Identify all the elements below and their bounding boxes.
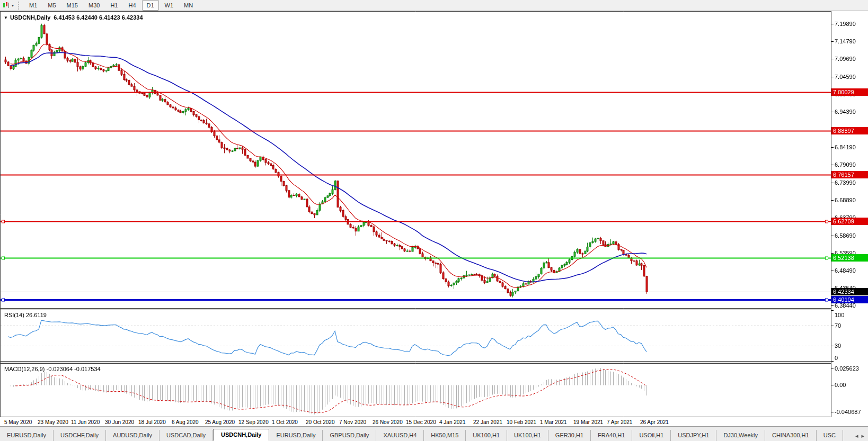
symbol-tab[interactable]: AUDUSD,Daily	[106, 430, 160, 441]
symbol-tab[interactable]: EURUSD,Daily	[0, 430, 54, 441]
price-axis-tick: 6.94390	[835, 108, 856, 115]
timeframe-button-m30[interactable]: M30	[84, 0, 104, 11]
chart-region: ▼USDCNH,Daily6.41453 6.42440 6.41423 6.4…	[0, 11, 868, 426]
date-axis-label: 26 Nov 2020	[373, 419, 403, 425]
macd-axis-tick: 0.00	[835, 381, 846, 389]
mt4-window: ▾ M1M5M15M30H1H4D1W1MN ▼USDCNH,Daily6.41…	[0, 0, 868, 441]
symbol-tab[interactable]: USDJPY,H1	[671, 430, 716, 441]
price-axis-tick: 7.19890	[835, 20, 856, 28]
date-axis-label: 4 Jan 2021	[439, 419, 466, 425]
price-axis-tick: 6.84190	[835, 143, 856, 151]
date-axis-label: 12 Sep 2020	[238, 419, 269, 425]
price-axis-tick: 6.79090	[835, 161, 856, 168]
tab-scroll-arrows: ◂ ▸	[853, 433, 868, 441]
rsi-axis-tick: 100	[835, 311, 844, 319]
price-axis-tick: 6.48490	[835, 267, 856, 274]
date-axis-label: 1 Oct 2020	[272, 419, 298, 425]
symbol-tab[interactable]: USDCNH,Daily	[213, 429, 269, 441]
symbol-tabbar: EURUSD,DailyUSDCHF,DailyAUDUSD,DailyUSDC…	[0, 426, 868, 441]
date-axis-label: 25 Aug 2020	[205, 419, 235, 425]
symbol-tab[interactable]: GER30,H1	[548, 430, 591, 441]
mini-candles-icon	[2, 2, 11, 9]
price-axis-tick: 6.68890	[835, 196, 856, 204]
macd-label: MACD(12,26,9) -0.023064 -0.017534	[4, 366, 101, 372]
date-axis-label: 6 Aug 2020	[172, 419, 199, 425]
date-axis-label: 11 Jun 2020	[71, 419, 100, 425]
tabs-scroll-left-button[interactable]: ◂	[854, 433, 860, 439]
chart-cursor-icon[interactable]	[2, 2, 11, 9]
timeframe-button-mn[interactable]: MN	[179, 0, 198, 11]
date-axis-label: 7 Apr 2021	[607, 419, 632, 425]
symbol-tab[interactable]: UK100,H1	[507, 430, 548, 441]
symbol-tab[interactable]: DJ30,Weekly	[716, 430, 765, 441]
symbol-tab[interactable]: EURUSD,Daily	[269, 430, 323, 441]
current-price-badge: 6.42334	[831, 288, 868, 295]
timeframe-button-m15[interactable]: M15	[62, 0, 83, 11]
symbol-tab[interactable]: USOil,H1	[632, 430, 671, 441]
chart-cursor-group: ▾	[0, 0, 16, 11]
symbol-tab[interactable]: HK50,M15	[424, 430, 466, 441]
collapse-triangle-icon[interactable]: ▼	[4, 15, 8, 20]
symbol-tab[interactable]: GBPUSD,Daily	[323, 430, 376, 441]
chart-ohlc-values: 6.41453 6.42440 6.41423 6.42334	[54, 14, 143, 21]
symbol-tab[interactable]: XAUUSD,H4	[376, 430, 424, 441]
toolbar: ▾ M1M5M15M30H1H4D1W1MN	[0, 0, 868, 11]
price-line-badge: 6.62709	[831, 218, 868, 225]
symbol-tab[interactable]: USDCHF,Daily	[54, 430, 106, 441]
date-axis-label: 7 Nov 2020	[339, 419, 366, 425]
timeframe-button-h4[interactable]: H4	[123, 0, 140, 11]
date-axis-label: 19 Mar 2021	[573, 419, 603, 425]
timeframe-button-m5[interactable]: M5	[43, 0, 60, 11]
chart-symbol-label: USDCNH,Daily	[10, 14, 50, 21]
price-axis-tick: 6.58690	[835, 232, 856, 239]
price-line-badge: 6.76157	[831, 171, 868, 178]
macd-axis-tick: 0.025623	[835, 365, 859, 372]
symbol-tab[interactable]: USC	[817, 430, 843, 441]
toolbar-grip-handle[interactable]	[18, 2, 21, 10]
date-axis-label: 20 Oct 2020	[306, 419, 334, 425]
timeframe-button-m1[interactable]: M1	[24, 0, 42, 11]
rsi-axis-tick: 0	[835, 354, 838, 362]
price-line-badge: 6.52138	[831, 254, 868, 262]
price-axis-tick: 7.09690	[835, 55, 856, 62]
rsi-axis-tick: 30	[835, 342, 841, 349]
rsi-axis-tick: 70	[835, 322, 841, 329]
price-line-badge: 6.88897	[831, 127, 868, 134]
symbol-tabs: EURUSD,DailyUSDCHF,DailyAUDUSD,DailyUSDC…	[0, 428, 853, 441]
date-axis-label: 30 Jun 2020	[105, 419, 134, 425]
timeframe-buttons: M1M5M15M30H1H4D1W1MN	[24, 0, 198, 11]
date-axis-label: 26 Apr 2021	[640, 419, 669, 425]
price-line-badge: 7.00029	[831, 88, 868, 96]
rsi-label: RSI(14) 26.6119	[4, 312, 47, 318]
chart-title: ▼USDCNH,Daily6.41453 6.42440 6.41423 6.4…	[4, 14, 143, 21]
symbol-tab[interactable]: UK100,H1	[466, 430, 507, 441]
timeframe-button-d1[interactable]: D1	[142, 0, 159, 11]
symbol-tab[interactable]: CHINA300,H1	[765, 430, 817, 441]
date-axis-label: 22 Jan 2021	[473, 419, 502, 425]
date-axis-label: 5 May 2020	[4, 419, 32, 425]
price-axis-tick: 7.14790	[835, 38, 856, 45]
date-axis-label: 10 Feb 2021	[507, 419, 536, 425]
symbol-tab[interactable]: FRA40,H1	[591, 430, 632, 441]
timeframe-button-w1[interactable]: W1	[160, 0, 179, 11]
tabs-scroll-right-button[interactable]: ▸	[860, 433, 866, 439]
price-line-badge: 6.40104	[831, 296, 868, 303]
date-axis-label: 18 Jul 2020	[138, 419, 166, 425]
price-axis-tick: 6.73990	[835, 179, 856, 186]
chevron-down-icon[interactable]: ▾	[12, 3, 14, 8]
date-axis-label: 1 Mar 2021	[540, 419, 567, 425]
price-axis-tick: 7.04590	[835, 73, 856, 80]
date-axis: 5 May 202023 May 202011 Jun 202030 Jun 2…	[0, 418, 831, 427]
date-axis-label: 15 Dec 2020	[406, 419, 436, 425]
date-axis-label: 23 May 2020	[38, 419, 68, 425]
macd-axis-tick: -0.040687	[835, 408, 861, 416]
timeframe-button-h1[interactable]: H1	[105, 0, 122, 11]
symbol-tab[interactable]: USDCAD,Daily	[160, 430, 213, 441]
chart-canvas[interactable]	[0, 11, 868, 418]
